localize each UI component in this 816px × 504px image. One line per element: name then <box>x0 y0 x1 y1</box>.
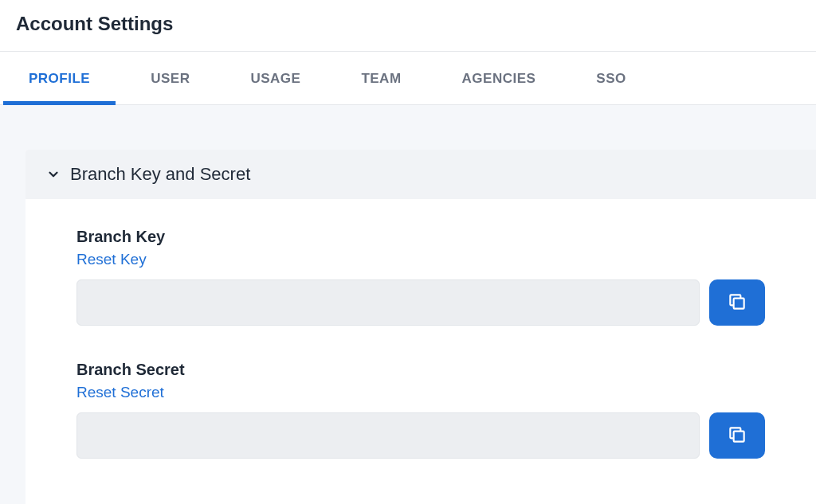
page-title: Account Settings <box>16 13 800 35</box>
copy-icon <box>727 291 747 315</box>
reset-key-link[interactable]: Reset Key <box>76 251 147 268</box>
section-header[interactable]: Branch Key and Secret <box>26 150 816 199</box>
branch-secret-input[interactable] <box>76 412 700 459</box>
reset-secret-link[interactable]: Reset Secret <box>76 384 164 401</box>
tab-agencies[interactable]: AGENCIES <box>459 52 539 104</box>
branch-key-secret-section: Branch Key and Secret Branch Key Reset K… <box>26 150 816 504</box>
branch-key-label: Branch Key <box>76 228 765 246</box>
copy-branch-secret-button[interactable] <box>709 412 765 459</box>
svg-rect-1 <box>734 431 744 441</box>
copy-branch-key-button[interactable] <box>709 279 765 326</box>
tabs-container: PROFILE USER USAGE TEAM AGENCIES SSO <box>0 51 816 105</box>
copy-icon <box>727 424 747 447</box>
branch-key-input[interactable] <box>76 279 700 326</box>
tab-team[interactable]: TEAM <box>358 52 404 104</box>
branch-key-block: Branch Key Reset Key <box>76 228 765 326</box>
section-title: Branch Key and Secret <box>70 164 250 185</box>
tab-user[interactable]: USER <box>147 52 193 104</box>
tab-usage[interactable]: USAGE <box>247 52 304 104</box>
tab-profile[interactable]: PROFILE <box>26 52 93 104</box>
section-body: Branch Key Reset Key Branch <box>26 199 816 504</box>
svg-rect-0 <box>734 298 744 308</box>
chevron-down-icon <box>46 167 61 182</box>
branch-secret-block: Branch Secret Reset Secret <box>76 361 765 459</box>
tab-sso[interactable]: SSO <box>593 52 629 104</box>
content-area: Branch Key and Secret Branch Key Reset K… <box>0 105 816 504</box>
branch-secret-label: Branch Secret <box>76 361 765 379</box>
